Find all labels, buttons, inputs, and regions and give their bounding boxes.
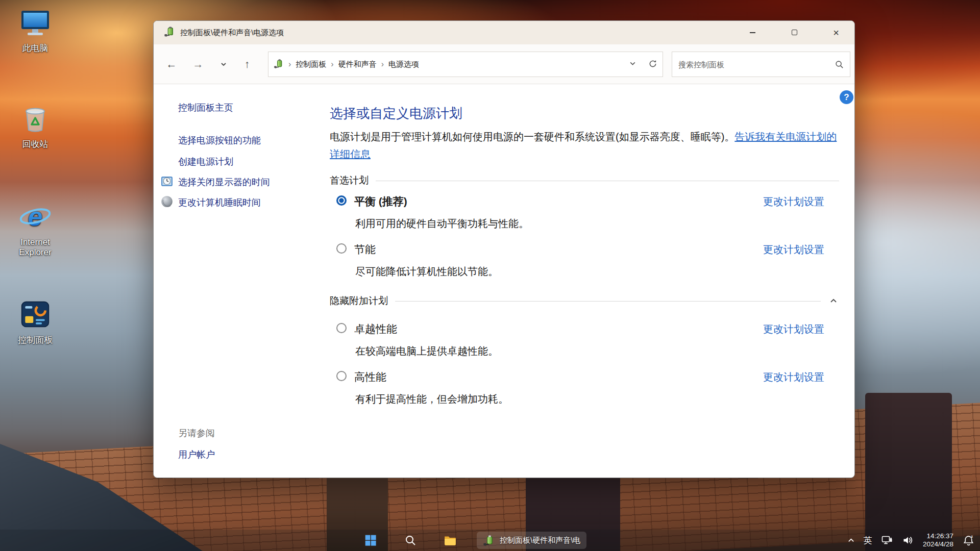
desktop-icon-this-pc[interactable]: 此电脑	[5, 6, 65, 54]
section-divider	[395, 301, 821, 302]
sidebar-item-control-panel-home[interactable]: 控制面板主页	[178, 102, 233, 114]
window-title: 控制面板\硬件和声音\电源选项	[180, 28, 284, 38]
radio-high-performance[interactable]	[336, 371, 347, 381]
sidebar-item-create-power-plan[interactable]: 创建电源计划	[178, 156, 233, 168]
search-box[interactable]	[672, 52, 850, 77]
file-explorer-button[interactable]	[438, 531, 462, 550]
plan-name: 卓越性能	[354, 322, 397, 336]
desktop-icon-control-panel[interactable]: 控制面板	[5, 298, 65, 346]
svg-text:e: e	[28, 202, 43, 231]
chevron-up-icon	[847, 537, 855, 544]
change-plan-settings-link[interactable]: 更改计划设置	[763, 243, 824, 257]
hidden-plans-section: 隐藏附加计划	[330, 294, 839, 308]
breadcrumb-control-panel[interactable]: 控制面板	[296, 60, 326, 69]
collapse-section-button[interactable]	[828, 295, 839, 307]
breadcrumb-hardware-sound[interactable]: 硬件和声音	[338, 60, 377, 69]
recent-pages-chevron[interactable]	[215, 56, 232, 73]
sleep-time-icon	[160, 195, 174, 208]
display-off-time-icon	[160, 174, 174, 188]
notification-bell-icon[interactable]: z	[962, 534, 975, 547]
windows-logo-icon	[364, 534, 377, 547]
address-dropdown-chevron[interactable]	[629, 60, 636, 69]
sidebar-item-sleep-time[interactable]: 更改计算机睡眠时间	[178, 196, 261, 209]
plan-row-ultimate-performance: 卓越性能 更改计划设置 在较高端电脑上提供卓越性能。	[330, 321, 839, 364]
language-indicator[interactable]: 英	[864, 535, 872, 546]
desktop-icon-recycle-bin[interactable]: 回收站	[5, 102, 65, 150]
section-divider	[376, 181, 839, 181]
svg-text:z: z	[971, 534, 973, 539]
tray-clock[interactable]: 14:26:37 2024/4/28	[923, 532, 953, 548]
search-icon	[404, 534, 416, 546]
maximize-button[interactable]	[779, 21, 809, 44]
sidebar-item-power-buttons[interactable]: 选择电源按钮的功能	[178, 134, 261, 146]
control-panel-icon	[19, 298, 52, 331]
internet-explorer-icon: e	[19, 201, 52, 234]
plan-row-high-performance: 高性能 更改计划设置 有利于提高性能，但会增加功耗。	[330, 369, 839, 412]
desktop-icon-label: 回收站	[22, 138, 48, 150]
taskbar-app-label: 控制面板\硬件和声音\电	[500, 536, 580, 545]
up-button[interactable]: ↑	[238, 56, 256, 73]
taskbar-app-control-panel[interactable]: 控制面板\硬件和声音\电	[477, 532, 586, 549]
address-bar[interactable]: › 控制面板 › 硬件和声音 › 电源选项	[268, 52, 663, 77]
minimize-icon	[750, 32, 755, 33]
network-icon[interactable]	[881, 534, 893, 546]
section-label: 隐藏附加计划	[330, 294, 388, 308]
section-label: 首选计划	[330, 174, 369, 187]
desktop-icon-label: 此电脑	[22, 42, 48, 54]
plan-name: 节能	[354, 242, 376, 257]
tray-time: 14:26:37	[926, 532, 953, 540]
see-also-label: 另请参阅	[178, 427, 215, 439]
tray-date: 2024/4/28	[923, 540, 953, 548]
refresh-button[interactable]	[648, 59, 657, 70]
taskbar: 控制面板\硬件和声音\电 英 14:26:37 2024/4/28	[0, 530, 980, 551]
forward-button[interactable]: →	[189, 56, 207, 73]
desktop-icon-label: 控制面板	[18, 334, 53, 346]
close-button[interactable]: ×	[821, 21, 851, 44]
plan-description: 在较高端电脑上提供卓越性能。	[355, 344, 498, 358]
plan-name: 高性能	[354, 370, 386, 384]
search-input[interactable]	[678, 60, 835, 69]
breadcrumb-separator: ›	[331, 60, 333, 69]
start-button[interactable]	[358, 531, 383, 550]
question-mark-icon: ?	[844, 92, 849, 103]
plan-description: 利用可用的硬件自动平衡功耗与性能。	[355, 217, 529, 231]
power-options-icon	[164, 26, 175, 39]
change-plan-settings-link[interactable]: 更改计划设置	[763, 195, 824, 209]
plan-row-balanced: 平衡 (推荐) 更改计划设置 利用可用的硬件自动平衡功耗与性能。	[330, 193, 839, 236]
volume-icon[interactable]	[902, 534, 914, 546]
close-icon: ×	[833, 28, 839, 38]
desktop-icon-internet-explorer[interactable]: e Internet Explorer	[5, 201, 65, 258]
breadcrumb-separator: ›	[381, 60, 384, 69]
change-plan-settings-link[interactable]: 更改计划设置	[763, 370, 824, 384]
radio-balanced[interactable]	[336, 195, 347, 206]
sidebar-item-user-accounts[interactable]: 用户帐户	[178, 448, 215, 461]
back-button[interactable]: ←	[163, 56, 180, 73]
search-button[interactable]	[398, 531, 423, 550]
navigation-bar: ← → ↑ › 控制面板 › 硬件和声音 › 电源选项	[154, 44, 854, 84]
sidebar-item-display-off-time[interactable]: 选择关闭显示器的时间	[178, 176, 270, 188]
radio-power-saver[interactable]	[336, 243, 347, 254]
refresh-icon	[648, 59, 657, 68]
intro-paragraph: 电源计划是用于管理计算机如何使用电源的一套硬件和系统设置(如显示器亮度、睡眠等)…	[330, 128, 840, 163]
change-plan-settings-link[interactable]: 更改计划设置	[763, 322, 824, 336]
maximize-icon	[792, 30, 797, 35]
search-icon[interactable]	[835, 60, 844, 69]
tray-overflow-chevron[interactable]	[847, 537, 855, 544]
power-options-icon-small	[274, 59, 284, 70]
help-button[interactable]: ?	[840, 90, 853, 104]
plan-description: 尽可能降低计算机性能以节能。	[355, 265, 498, 279]
recycle-bin-icon	[19, 102, 52, 135]
plan-description: 有利于提高性能，但会增加功耗。	[355, 392, 508, 406]
wall-tower	[865, 393, 952, 551]
chevron-up-icon	[829, 297, 838, 305]
this-pc-icon	[19, 6, 52, 39]
desktop-icon-label: Internet Explorer	[5, 237, 65, 258]
plan-name: 平衡 (推荐)	[354, 194, 407, 209]
intro-text: 电源计划是用于管理计算机如何使用电源的一套硬件和系统设置(如显示器亮度、睡眠等)…	[330, 131, 734, 142]
breadcrumb-separator: ›	[288, 60, 291, 69]
breadcrumb-power-options[interactable]: 电源选项	[388, 60, 419, 69]
control-panel-window: 控制面板\硬件和声音\电源选项 × ← → ↑ › 控制面板 › 硬件和声音 ›	[153, 20, 855, 478]
radio-ultimate-performance[interactable]	[336, 323, 347, 333]
minimize-button[interactable]	[738, 21, 767, 44]
folder-icon	[444, 534, 457, 547]
